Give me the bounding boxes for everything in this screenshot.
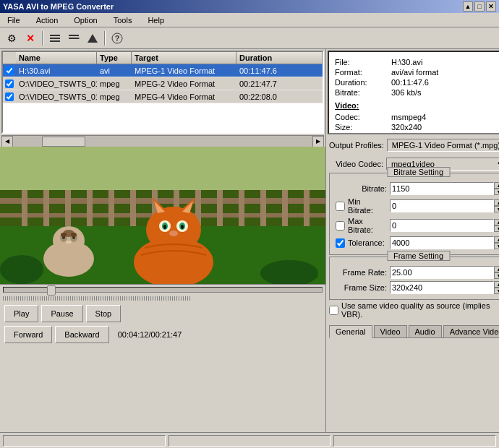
tool5-button[interactable]: [84, 30, 101, 47]
file-list-header: Name Type Target Duration: [3, 52, 323, 64]
max-bitrate-down[interactable]: ▼: [494, 225, 499, 232]
frame-rate-row: Frame Rate: ▲ ▼: [333, 266, 499, 279]
scroll-thumb[interactable]: [42, 137, 85, 147]
min-bitrate-label: Min Bitrate:: [348, 197, 387, 215]
close-button[interactable]: ✕: [486, 1, 496, 12]
frame-setting-button[interactable]: Frame Setting: [387, 251, 450, 261]
menu-action[interactable]: Action: [32, 14, 63, 26]
format-label: Format:: [335, 68, 385, 77]
menu-file[interactable]: File: [3, 14, 25, 26]
min-bitrate-row: Min Bitrate: ▲ ▼: [333, 197, 499, 215]
row1-duration: 00:11:47.6: [236, 66, 323, 76]
col-name-header[interactable]: Name: [16, 52, 97, 64]
tolerance-down[interactable]: ▼: [494, 243, 499, 249]
svg-point-51: [169, 231, 178, 236]
scroll-left-button[interactable]: ◀: [1, 136, 13, 147]
scroll-right-button[interactable]: ▶: [312, 136, 324, 147]
svg-rect-0: [50, 35, 60, 36]
pause-button[interactable]: Pause: [41, 305, 82, 322]
stop-button[interactable]: Stop: [86, 305, 121, 322]
maximize-button[interactable]: □: [474, 1, 485, 12]
tolerance-checkbox[interactable]: [336, 238, 345, 248]
tolerance-up[interactable]: ▲: [494, 236, 499, 243]
tab-audio[interactable]: Audio: [409, 325, 442, 337]
bitrate-down[interactable]: ▼: [494, 189, 499, 195]
row1-checkbox[interactable]: [5, 66, 14, 75]
bitrate-up[interactable]: ▲: [494, 182, 499, 189]
framesize-up[interactable]: ▲: [494, 281, 499, 288]
max-bitrate-input[interactable]: [390, 219, 494, 232]
seek-track[interactable]: [3, 287, 323, 293]
col-type-header[interactable]: Type: [97, 52, 132, 64]
file-list-scrollbar[interactable]: ◀ ▶: [1, 135, 324, 147]
row3-type: mpeg: [97, 92, 132, 102]
menu-tools[interactable]: Tools: [109, 14, 137, 26]
min-bitrate-up[interactable]: ▲: [494, 199, 499, 206]
tab-video[interactable]: Video: [374, 325, 407, 337]
frame-rate-spinner[interactable]: ▲ ▼: [390, 266, 499, 279]
settings-button[interactable]: ⚙: [3, 30, 20, 47]
col-target-header[interactable]: Target: [132, 52, 236, 64]
tab-generial[interactable]: Generial: [329, 325, 372, 338]
row1-name: H:\30.avi: [16, 66, 97, 76]
min-bitrate-spinner[interactable]: ▲ ▼: [390, 199, 499, 212]
table-row[interactable]: H:\30.avi avi MPEG-1 Video Format 00:11:…: [3, 64, 323, 77]
framerate-label: Frame Rate:: [335, 133, 385, 134]
video-section: Video:: [335, 101, 499, 110]
svg-rect-27: [304, 190, 310, 226]
delete-button[interactable]: ✕: [22, 30, 39, 47]
framerate-down[interactable]: ▼: [494, 272, 499, 279]
tab-advance-video[interactable]: Advance Video: [443, 325, 499, 337]
seek-thumb[interactable]: [47, 285, 56, 296]
tolerance-row: Tolerance: ▲ ▼: [333, 236, 499, 249]
bitrate-spinner[interactable]: ▲ ▼: [390, 182, 499, 195]
col-duration-header[interactable]: Duration: [236, 52, 323, 64]
framerate-up[interactable]: ▲: [494, 266, 499, 272]
svg-rect-25: [260, 190, 266, 226]
row2-checkbox[interactable]: [5, 79, 14, 88]
frame-group: Frame Setting Frame Rate: ▲ ▼: [329, 257, 499, 300]
output-profile-select[interactable]: MPEG-1 Video Format (*.mpg): [387, 139, 499, 152]
info-codec-line: Codec: msmpeg4: [335, 113, 499, 121]
max-bitrate-checkbox[interactable]: [336, 221, 345, 231]
min-bitrate-checkbox[interactable]: [336, 202, 345, 211]
settings-panel: Output Profiles: MPEG-1 Video Format (*.…: [326, 136, 499, 432]
title-controls[interactable]: ▲ □ ✕: [463, 1, 496, 12]
play-button[interactable]: Play: [4, 305, 38, 322]
frame-size-spinner[interactable]: ▲ ▼: [390, 281, 499, 294]
max-bitrate-up[interactable]: ▲: [494, 219, 499, 225]
left-panel: Name Type Target Duration H:\30.avi avi …: [0, 49, 326, 432]
vbr-checkbox[interactable]: [329, 306, 338, 315]
time-display: 00:04:12/00:21:47: [118, 330, 182, 339]
svg-rect-19: [130, 190, 136, 226]
row3-checkbox[interactable]: [5, 92, 14, 101]
table-row[interactable]: O:\VIDEO_TSWTS_01_... mpeg MPEG-2 Video …: [3, 77, 323, 90]
bitrate-setting-button[interactable]: Bitrate Setting: [387, 167, 450, 177]
forward-button[interactable]: Forward: [4, 326, 52, 343]
frame-size-input[interactable]: [390, 281, 494, 294]
max-bitrate-spinner[interactable]: ▲ ▼: [390, 219, 499, 232]
framesize-down[interactable]: ▼: [494, 288, 499, 294]
tolerance-spinner[interactable]: ▲ ▼: [390, 236, 499, 249]
table-row[interactable]: O:\VIDEO_TSWTS_01_... mpeg MPEG-4 Video …: [3, 90, 323, 103]
tool3-button[interactable]: [46, 30, 64, 47]
tool4-button[interactable]: [65, 30, 82, 47]
min-bitrate-down[interactable]: ▼: [494, 206, 499, 212]
minimize-button[interactable]: ▲: [463, 1, 473, 12]
min-bitrate-input[interactable]: [390, 199, 494, 212]
svg-point-38: [71, 233, 77, 237]
menu-option[interactable]: Option: [69, 14, 101, 26]
size-value: 320x240: [391, 123, 422, 132]
video-preview: [0, 147, 325, 284]
frame-rate-input[interactable]: [390, 266, 494, 279]
backward-button[interactable]: Backward: [55, 326, 108, 343]
info-framerate-line: Frame Rate: 16.00 fps: [335, 133, 499, 134]
menu-help[interactable]: Help: [143, 14, 169, 26]
player-controls-2: Forward Backward 00:04:12/00:21:47: [0, 324, 325, 345]
scroll-track[interactable]: [13, 136, 312, 147]
help-button[interactable]: ?: [108, 30, 126, 47]
bitrate-input[interactable]: [390, 182, 494, 195]
seek-bar[interactable]: [0, 284, 325, 294]
tolerance-input[interactable]: [390, 236, 494, 249]
info-duration-line: Duration: 00:11:47.6: [335, 78, 499, 87]
